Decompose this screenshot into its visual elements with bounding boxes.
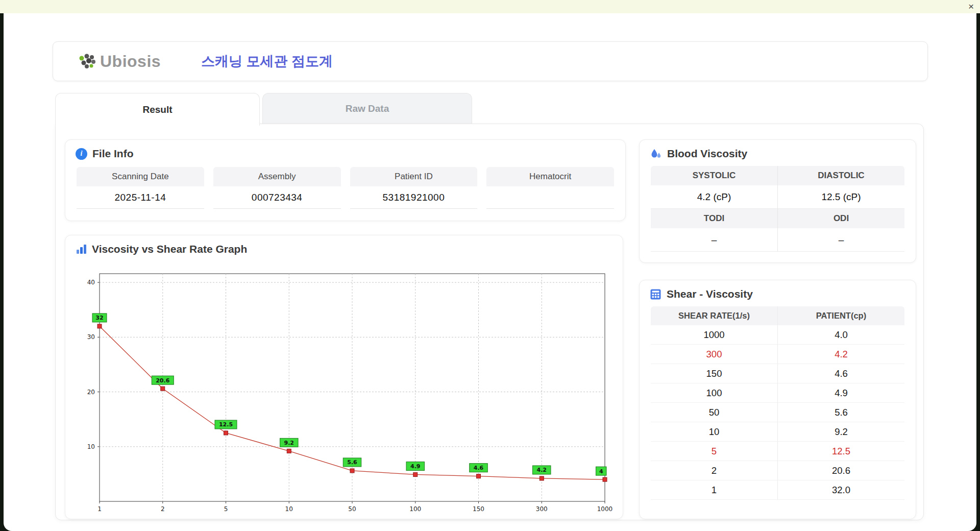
shear-rate-cell: 50 — [651, 403, 777, 422]
svg-text:30: 30 — [87, 333, 95, 341]
svg-text:9.2: 9.2 — [284, 440, 295, 446]
graph-title: Viscosity vs Shear Rate Graph — [92, 243, 247, 255]
svg-text:4.9: 4.9 — [410, 463, 421, 470]
header-card: Ubiosis 스캐닝 모세관 점도계 — [53, 41, 928, 81]
svg-text:20.6: 20.6 — [156, 377, 169, 384]
svg-text:150: 150 — [473, 505, 484, 513]
shear-rate-cell: 5 — [651, 442, 777, 461]
table-header-cell: TODI — [651, 209, 777, 228]
svg-text:2: 2 — [161, 505, 165, 513]
logo-text: Ubiosis — [100, 52, 161, 71]
svg-text:100: 100 — [409, 505, 421, 513]
patient-value-cell: 9.2 — [777, 422, 904, 442]
file-info-header: i File Info — [65, 140, 625, 165]
table-cell: – — [651, 228, 777, 252]
tab-result[interactable]: Result — [55, 93, 260, 126]
table-header-cell: SHEAR RATE(1/s) — [651, 306, 777, 325]
svg-text:20: 20 — [87, 389, 95, 396]
viscosity-chart: 10203040125105010015030010003220.612.59.… — [65, 235, 624, 520]
table-row: 512.5 — [651, 442, 904, 461]
table-row: 109.2 — [651, 422, 904, 442]
window-titlebar: × — [0, 0, 980, 13]
info-icon: i — [76, 148, 87, 160]
file-info-field: Assembly000723434 — [213, 167, 341, 209]
grid-table-icon — [650, 288, 662, 300]
table-cell: 4.2 (cP) — [651, 185, 777, 209]
table-header-cell: ODI — [777, 209, 904, 228]
svg-text:4.2: 4.2 — [537, 467, 547, 473]
svg-text:1000: 1000 — [597, 505, 613, 513]
blood-viscosity-title: Blood Viscosity — [667, 148, 747, 160]
field-label: Patient ID — [350, 167, 478, 186]
file-info-fields: Scanning Date2025-11-14Assembly000723434… — [65, 165, 625, 209]
table-header-cell: PATIENT(cp) — [777, 306, 904, 325]
close-icon[interactable]: × — [968, 1, 974, 13]
svg-text:10: 10 — [285, 505, 293, 513]
svg-text:50: 50 — [348, 505, 356, 513]
file-info-title: File Info — [92, 148, 134, 160]
table-header-row: TODIODI — [651, 209, 904, 228]
shear-viscosity-title: Shear - Viscosity — [667, 288, 753, 300]
table-cell: – — [777, 228, 904, 252]
svg-text:5: 5 — [224, 505, 228, 513]
file-info-field: Hematocrit — [486, 167, 614, 209]
svg-text:300: 300 — [536, 505, 548, 513]
svg-text:40: 40 — [87, 279, 95, 286]
field-value — [486, 186, 614, 209]
bar-chart-icon — [76, 244, 87, 255]
patient-value-cell: 4.6 — [777, 364, 904, 383]
field-label: Assembly — [213, 167, 341, 186]
shear-rate-cell: 300 — [651, 345, 777, 364]
shear-rate-cell: 1000 — [651, 325, 777, 345]
svg-text:12.5: 12.5 — [219, 421, 233, 428]
field-label: Scanning Date — [77, 167, 204, 186]
table-header-row: SYSTOLICDIASTOLIC — [651, 166, 904, 185]
patient-value-cell: 32.0 — [777, 480, 904, 500]
file-info-field: Scanning Date2025-11-14 — [77, 167, 204, 209]
file-info-card: i File Info Scanning Date2025-11-14Assem… — [65, 139, 626, 221]
table-row: 505.6 — [651, 403, 904, 422]
patient-value-cell: 4.2 — [777, 345, 904, 364]
table-header-row: SHEAR RATE(1/s)PATIENT(cp) — [651, 306, 904, 325]
blood-viscosity-header: Blood Viscosity — [640, 140, 916, 165]
patient-value-cell: 12.5 — [777, 442, 904, 461]
svg-text:4: 4 — [599, 468, 603, 475]
patient-value-cell: 4.9 — [777, 383, 904, 403]
table-row: 220.6 — [651, 461, 904, 480]
field-value: 53181921000 — [350, 186, 478, 209]
shear-viscosity-header: Shear - Viscosity — [640, 280, 916, 305]
table-row: 1504.6 — [651, 364, 904, 383]
patient-value-cell: 20.6 — [777, 461, 904, 480]
shear-rate-cell: 150 — [651, 364, 777, 383]
blood-viscosity-table: SYSTOLICDIASTOLIC4.2 (cP)12.5 (cP)TODIOD… — [651, 166, 904, 252]
tab-raw-data[interactable]: Raw Data — [262, 93, 472, 124]
patient-value-cell: 5.6 — [777, 403, 904, 422]
table-row: 132.0 — [651, 480, 904, 500]
table-row: –– — [651, 228, 904, 252]
file-info-field: Patient ID53181921000 — [350, 167, 478, 209]
table-row: 4.2 (cP)12.5 (cP) — [651, 185, 904, 209]
table-header-cell: DIASTOLIC — [777, 166, 904, 185]
content-panel: i File Info Scanning Date2025-11-14Assem… — [55, 124, 924, 520]
app-window: Ubiosis 스캐닝 모세관 점도계 Result Raw Data i Fi… — [4, 13, 976, 531]
patient-value-cell: 4.0 — [777, 325, 904, 345]
table-row: 3004.2 — [651, 345, 904, 364]
svg-text:1: 1 — [97, 505, 102, 513]
shear-viscosity-table: SHEAR RATE(1/s)PATIENT(cp)10004.03004.21… — [651, 306, 904, 500]
field-value: 2025-11-14 — [77, 186, 204, 209]
svg-text:32: 32 — [95, 315, 103, 321]
droplet-icon — [650, 148, 662, 160]
blood-viscosity-card: Blood Viscosity SYSTOLICDIASTOLIC4.2 (cP… — [639, 139, 916, 263]
field-value: 000723434 — [213, 186, 341, 209]
shear-rate-cell: 10 — [651, 422, 777, 442]
shear-rate-cell: 2 — [651, 461, 777, 480]
table-row: 10004.0 — [651, 325, 904, 345]
ubiosis-logo: Ubiosis — [77, 52, 179, 71]
field-label: Hematocrit — [486, 167, 614, 186]
svg-text:10: 10 — [87, 443, 95, 450]
shear-viscosity-card: Shear - Viscosity SHEAR RATE(1/s)PATIENT… — [639, 280, 916, 519]
graph-header: Viscosity vs Shear Rate Graph — [65, 235, 623, 260]
shear-rate-cell: 100 — [651, 383, 777, 403]
page-title: 스캐닝 모세관 점도계 — [201, 52, 333, 70]
table-row: 1004.9 — [651, 383, 904, 403]
